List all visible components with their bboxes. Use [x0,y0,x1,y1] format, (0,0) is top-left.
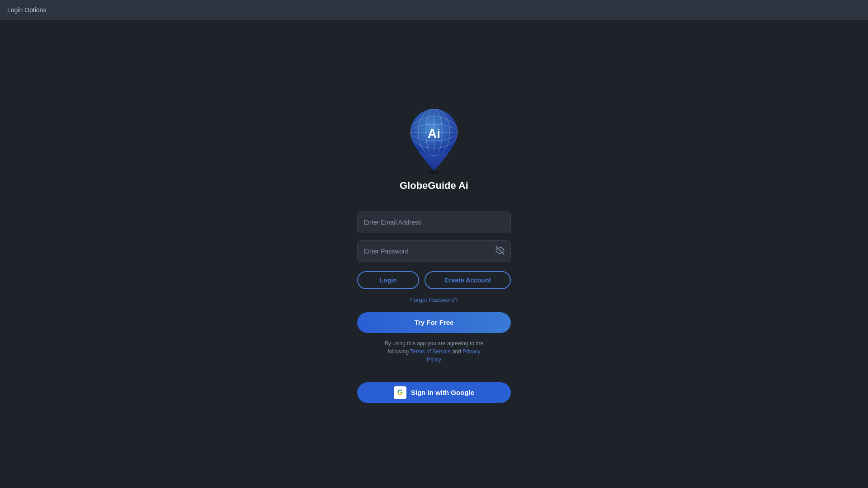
try-free-button[interactable]: Try For Free [357,312,511,333]
app-title: GlobeGuide Ai [400,180,468,192]
login-button[interactable]: Login [357,271,419,289]
svg-text:Ai: Ai [428,127,440,141]
toggle-password-icon[interactable] [495,246,505,257]
terms-text: By using this app you are agreeing to th… [382,339,486,364]
app-logo: Ai [402,105,466,175]
terms-and: and [452,348,462,355]
main-content: Ai GlobeGuide Ai Login Create Account Fo [0,20,868,488]
auth-buttons-row: Login Create Account [357,271,511,289]
logo-container: Ai GlobeGuide Ai [400,105,468,202]
svg-point-9 [429,170,439,174]
divider [357,373,511,373]
google-signin-label: Sign in with Google [411,389,474,396]
google-signin-button[interactable]: G Sign in with Google [357,382,511,403]
google-icon: G [394,386,406,399]
form-container: Login Create Account Forgot Password? Tr… [357,211,511,403]
create-account-button[interactable]: Create Account [425,271,511,289]
email-input[interactable] [357,211,511,233]
password-input[interactable] [357,240,511,262]
topbar-title: Login Options [7,6,46,14]
forgot-password-link[interactable]: Forgot Password? [410,296,458,303]
password-wrapper [357,240,511,262]
topbar: Login Options [0,0,868,20]
terms-of-service-link[interactable]: Terms of Service [410,348,450,355]
